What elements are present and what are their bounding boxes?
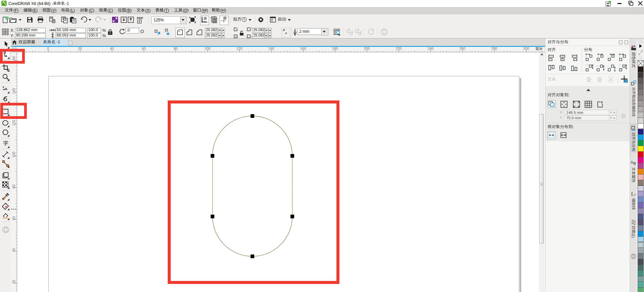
svg-text:A: A: [609, 77, 612, 82]
svg-text:A: A: [631, 160, 633, 165]
